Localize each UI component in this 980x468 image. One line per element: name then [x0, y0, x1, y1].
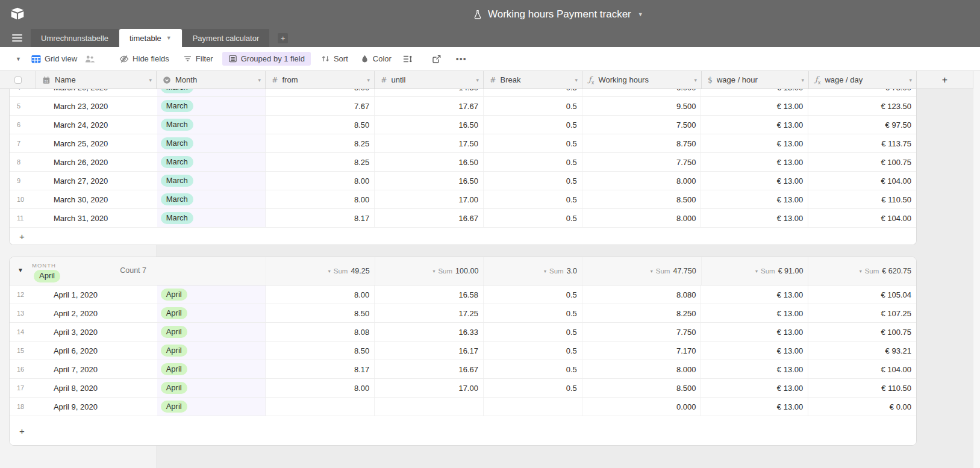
- cell-until[interactable]: 16.33: [375, 323, 484, 341]
- cell-wage-day[interactable]: € 0.00: [808, 398, 916, 416]
- cell-from[interactable]: 8.17: [266, 360, 375, 378]
- cell-month[interactable]: March: [157, 172, 266, 190]
- cell-until[interactable]: 16.50: [375, 116, 484, 134]
- airtable-logo-icon[interactable]: [10, 6, 25, 22]
- cell-break[interactable]: 0.5: [484, 209, 582, 227]
- cell-wage-day[interactable]: € 110.50: [808, 379, 916, 397]
- cell-from[interactable]: 8.17: [266, 209, 375, 227]
- cell-working-hours[interactable]: 7.500: [582, 116, 702, 134]
- cell-until[interactable]: 17.50: [375, 134, 484, 152]
- add-field-button[interactable]: +: [917, 71, 973, 89]
- cell-working-hours[interactable]: 8.750: [582, 134, 702, 152]
- group-button[interactable]: Grouped by 1 field: [222, 52, 311, 66]
- cell-working-hours[interactable]: 7.750: [582, 153, 702, 171]
- cell-from[interactable]: 8.00: [266, 172, 375, 190]
- cell-until[interactable]: 17.00: [375, 190, 484, 208]
- cell-break[interactable]: 0.5: [484, 190, 582, 208]
- cell-month[interactable]: March: [157, 134, 266, 152]
- chevron-down-icon[interactable]: ▾: [909, 77, 912, 83]
- cell-name[interactable]: March 31, 2020: [37, 209, 157, 227]
- sum-caret-icon[interactable]: ▾: [755, 269, 758, 274]
- cell-wage-day[interactable]: € 97.50: [808, 116, 916, 134]
- cell-wage-day[interactable]: € 123.50: [808, 97, 916, 115]
- cell-wage-hour[interactable]: € 13.00: [701, 342, 808, 360]
- cell-month[interactable]: April: [157, 342, 266, 360]
- hide-fields-button[interactable]: Hide fields: [119, 54, 169, 64]
- cell-break[interactable]: [484, 398, 582, 416]
- cell-working-hours[interactable]: 0.000: [582, 398, 702, 416]
- cell-wage-hour[interactable]: € 13.00: [701, 379, 808, 397]
- cell-until[interactable]: 16.67: [375, 209, 484, 227]
- cell-break[interactable]: 0.5: [484, 342, 582, 360]
- color-button[interactable]: Color: [360, 54, 392, 63]
- sum-caret-icon[interactable]: ▾: [432, 269, 435, 274]
- cell-wage-day[interactable]: € 78.00: [808, 89, 916, 96]
- more-options-icon[interactable]: •••: [456, 54, 467, 64]
- row-height-icon[interactable]: [402, 54, 413, 64]
- cell-name[interactable]: April 8, 2020: [37, 379, 157, 397]
- add-table-button[interactable]: +: [278, 33, 288, 43]
- sum-caret-icon[interactable]: ▾: [328, 269, 331, 274]
- cell-month[interactable]: April: [157, 304, 266, 322]
- cell-from[interactable]: 8.50: [266, 116, 375, 134]
- cell-until[interactable]: 16.50: [375, 153, 484, 171]
- cell-wage-hour[interactable]: € 13.00: [701, 153, 808, 171]
- cell-month[interactable]: March: [157, 190, 266, 208]
- cell-until[interactable]: 17.67: [375, 97, 484, 115]
- view-switcher[interactable]: Grid view: [31, 54, 77, 64]
- column-header-from[interactable]: #from▾: [266, 71, 375, 89]
- tab-timetable[interactable]: timetable▼: [119, 29, 182, 47]
- cell-wage-hour[interactable]: € 13.00: [701, 285, 808, 304]
- chevron-down-icon[interactable]: ▾: [149, 77, 152, 83]
- cell-month[interactable]: April: [157, 398, 266, 416]
- column-header-month[interactable]: Month▾: [157, 71, 266, 89]
- cell-until[interactable]: 16.17: [375, 342, 484, 360]
- cell-wage-hour[interactable]: € 13.00: [701, 190, 808, 208]
- cell-from[interactable]: [266, 398, 375, 416]
- cell-month[interactable]: April: [157, 360, 266, 378]
- chevron-down-icon[interactable]: ▾: [801, 77, 804, 83]
- cell-break[interactable]: 0.5: [484, 134, 582, 152]
- cell-month[interactable]: March: [157, 153, 266, 171]
- sum-caret-icon[interactable]: ▾: [651, 269, 653, 274]
- cell-break[interactable]: 0.5: [484, 153, 582, 171]
- cell-from[interactable]: 8.00: [266, 379, 375, 397]
- cell-from[interactable]: 8.00: [266, 89, 375, 96]
- select-all-checkbox[interactable]: [14, 76, 22, 84]
- cell-wage-day[interactable]: € 104.00: [808, 209, 916, 227]
- cell-name[interactable]: April 9, 2020: [37, 398, 157, 416]
- group-sum-wage-hour[interactable]: ▾Sum€ 91.00: [702, 257, 809, 285]
- cell-name[interactable]: March 23, 2020: [37, 97, 157, 115]
- cell-break[interactable]: 0.5: [484, 285, 582, 304]
- cell-wage-day[interactable]: € 100.75: [808, 153, 916, 171]
- cell-working-hours[interactable]: 8.080: [582, 285, 702, 304]
- cell-break[interactable]: 0.5: [484, 116, 582, 134]
- cell-name[interactable]: April 1, 2020: [37, 285, 157, 304]
- cell-from[interactable]: 8.25: [266, 153, 375, 171]
- cell-until[interactable]: 17.00: [375, 379, 484, 397]
- cell-wage-day[interactable]: € 107.25: [808, 304, 916, 322]
- cell-from[interactable]: 8.50: [266, 342, 375, 360]
- cell-from[interactable]: 8.00: [266, 190, 375, 208]
- cell-name[interactable]: April 2, 2020: [37, 304, 157, 322]
- cell-wage-hour[interactable]: € 13.00: [701, 116, 808, 134]
- cell-month[interactable]: April: [157, 285, 266, 304]
- cell-working-hours[interactable]: 7.170: [582, 342, 702, 360]
- cell-name[interactable]: April 3, 2020: [37, 323, 157, 341]
- cell-wage-day[interactable]: € 113.75: [808, 134, 916, 152]
- cell-working-hours[interactable]: 8.250: [582, 304, 702, 322]
- cell-working-hours[interactable]: 8.000: [582, 172, 702, 190]
- cell-name[interactable]: March 24, 2020: [37, 116, 157, 134]
- collapse-caret-icon[interactable]: ▼: [17, 267, 23, 273]
- cell-month[interactable]: March: [157, 89, 266, 96]
- collaborators-icon[interactable]: [84, 54, 95, 64]
- column-header-wage-day[interactable]: ƒxwage / day▾: [809, 71, 917, 89]
- cell-working-hours[interactable]: 7.750: [582, 323, 702, 341]
- cell-working-hours[interactable]: 8.500: [582, 190, 702, 208]
- cell-until[interactable]: 16.58: [375, 285, 484, 304]
- cell-wage-hour[interactable]: € 13.00: [701, 398, 808, 416]
- cell-wage-day[interactable]: € 104.00: [808, 360, 916, 378]
- group-sum-until[interactable]: ▾Sum100.00: [375, 257, 484, 285]
- column-header-until[interactable]: #until▾: [375, 71, 484, 89]
- sort-button[interactable]: Sort: [321, 54, 348, 63]
